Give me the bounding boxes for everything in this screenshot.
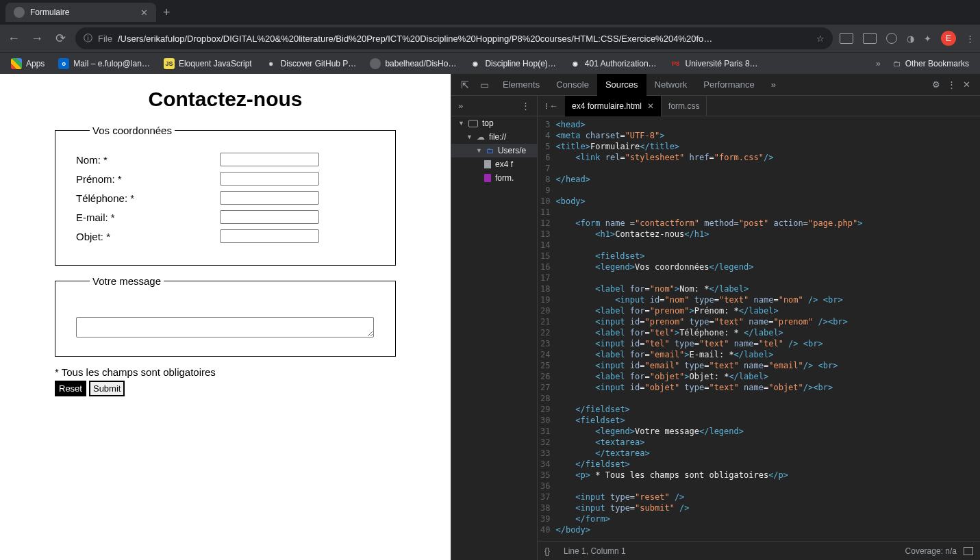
frame-icon [468, 120, 478, 127]
input-prenom[interactable] [220, 172, 319, 186]
tree-file-html[interactable]: ex4 f [451, 157, 537, 171]
file-tabs: ⫶← ex4 formulaire.html✕ form.css [538, 96, 980, 116]
label-objet: Objet: * [76, 231, 220, 242]
brackets-icon[interactable]: {} [544, 546, 550, 556]
url-scheme: File [98, 34, 112, 44]
nav-icon[interactable]: ⫶← [538, 101, 565, 111]
chevron-down-icon: ▼ [458, 120, 464, 127]
extensions-menu-icon[interactable]: ✦ [924, 34, 931, 44]
label-tel: Téléphone: * [76, 192, 220, 204]
close-icon[interactable]: ✕ [963, 79, 970, 90]
tree-file-origin[interactable]: ▼☁file:// [451, 130, 537, 144]
chevron-down-icon: ▼ [466, 133, 473, 140]
extension-icon[interactable] [886, 33, 897, 44]
tab-network[interactable]: Network [646, 74, 696, 96]
bookmark-apps[interactable]: Apps [5, 55, 50, 72]
tab-bar: Formulaire ✕ + [0, 0, 980, 25]
input-email[interactable] [220, 210, 319, 224]
legend-coordonnees: Vos coordonnées [90, 125, 175, 136]
overflow-icon[interactable]: » [458, 101, 463, 111]
url-bar[interactable]: ⓘ File /Users/erikafulop/Dropbox/DIGITAL… [75, 27, 833, 49]
file-icon [484, 160, 491, 168]
menu-icon[interactable]: ⋮ [947, 79, 956, 90]
browser-chrome: Formulaire ✕ + ← → ⟳ ⓘ File /Users/erika… [0, 0, 980, 74]
fieldset-message: Votre message [55, 275, 396, 357]
textarea-message[interactable] [76, 317, 374, 338]
site-icon: P8 [670, 58, 681, 69]
bookmark-github[interactable]: ⎈Discover GitHub P… [260, 55, 362, 72]
bookmark-disc[interactable]: ◉Discipline Hop(e)… [464, 55, 561, 72]
devtools-body: » ⋮ ▼top ▼☁file:// ▼🗀Users/e ex4 f form.… [451, 96, 980, 560]
tree-file-css[interactable]: form. [451, 171, 537, 185]
overflow-icon[interactable]: » [872, 59, 885, 68]
extension-icon[interactable] [863, 33, 877, 44]
reload-button[interactable]: ⟳ [52, 31, 68, 46]
bookmark-label: Discover GitHub P… [281, 59, 357, 68]
tree-label: file:// [489, 132, 506, 142]
tab-performance[interactable]: Performance [695, 74, 762, 96]
submit-button[interactable] [89, 381, 125, 396]
info-icon[interactable]: ⓘ [84, 32, 92, 44]
close-icon[interactable]: ✕ [140, 8, 148, 18]
tabs-overflow-icon[interactable]: » [763, 74, 784, 96]
bookmark-mail[interactable]: oMail – e.fulop@lan… [53, 55, 155, 72]
reset-button[interactable] [55, 381, 86, 396]
bookmark-auth[interactable]: ◉401 Authorization… [564, 55, 662, 72]
menu-icon[interactable]: ⋮ [966, 34, 975, 44]
back-button[interactable]: ← [5, 31, 22, 46]
profile-avatar[interactable]: E [941, 31, 956, 46]
globe-icon: ◉ [570, 58, 581, 69]
input-tel[interactable] [220, 191, 319, 205]
source-main: ⫶← ex4 formulaire.html✕ form.css 3456789… [538, 96, 980, 560]
devtools-tabs: ⇱ ▭ Elements Console Sources Network Per… [451, 74, 980, 96]
main-content: Contactez-nous Vos coordonnées Nom: * Pr… [0, 74, 980, 560]
tab-elements[interactable]: Elements [494, 74, 548, 96]
globe-icon: ◉ [470, 58, 481, 69]
close-icon[interactable]: ✕ [647, 101, 654, 111]
tab-title: Formulaire [30, 8, 135, 17]
file-tab-css[interactable]: form.css [662, 96, 707, 116]
tab-sources[interactable]: Sources [597, 74, 646, 96]
mail-icon: o [58, 58, 69, 69]
browser-tab[interactable]: Formulaire ✕ [5, 3, 156, 22]
bookmark-label: Eloquent JavaScript [179, 59, 252, 68]
bookmark-babel[interactable]: babelhead/DisHo… [364, 55, 462, 72]
code-editor[interactable]: 3456789101112131415161718192021222324252… [538, 116, 980, 541]
tree-label: form. [495, 173, 514, 183]
tab-console[interactable]: Console [548, 74, 597, 96]
inspect-icon[interactable]: ⇱ [455, 79, 475, 90]
tree-top[interactable]: ▼top [451, 116, 537, 130]
file-tab-label: ex4 formulaire.html [572, 101, 642, 111]
tree-header: » ⋮ [451, 96, 537, 116]
extension-icon[interactable]: ◑ [907, 34, 914, 44]
bookmark-label: babelhead/DisHo… [385, 59, 456, 68]
github-icon [370, 58, 381, 69]
menu-icon[interactable]: ⋮ [521, 101, 530, 111]
page-heading: Contactez-nous [55, 88, 396, 111]
label-email: E-mail: * [76, 212, 220, 223]
extension-icon[interactable] [840, 33, 853, 44]
bookmark-other[interactable]: 🗀Other Bookmarks [888, 56, 975, 71]
tree-label: Users/e [498, 146, 526, 155]
tree-folder-users[interactable]: ▼🗀Users/e [451, 144, 537, 157]
forward-button[interactable]: → [29, 31, 45, 46]
bookmark-label: Mail – e.fulop@lan… [73, 59, 150, 68]
fieldset-coordonnees: Vos coordonnées Nom: * Prénom: * Télépho… [55, 125, 396, 266]
bookmark-paris[interactable]: P8Université Paris 8… [665, 55, 764, 72]
folder-icon: 🗀 [893, 59, 901, 68]
settings-icon[interactable]: ⚙ [932, 79, 940, 90]
coverage-icon[interactable] [964, 547, 973, 555]
star-icon[interactable]: ☆ [816, 34, 825, 44]
bookmark-bar: Apps oMail – e.fulop@lan… JSEloquent Jav… [0, 52, 980, 74]
file-tab-html[interactable]: ex4 formulaire.html✕ [565, 96, 662, 116]
input-objet[interactable] [220, 229, 319, 243]
device-icon[interactable]: ▭ [475, 79, 494, 90]
line-gutter: 3456789101112131415161718192021222324252… [538, 116, 555, 541]
chevron-down-icon: ▼ [476, 147, 482, 154]
input-nom[interactable] [220, 153, 319, 166]
bookmark-eloquent[interactable]: JSEloquent JavaScript [158, 55, 257, 72]
new-tab-button[interactable]: + [156, 5, 177, 20]
legend-message: Votre message [90, 275, 164, 287]
tree-label: ex4 f [495, 160, 513, 169]
coverage-label: Coverage: n/a [905, 546, 957, 556]
